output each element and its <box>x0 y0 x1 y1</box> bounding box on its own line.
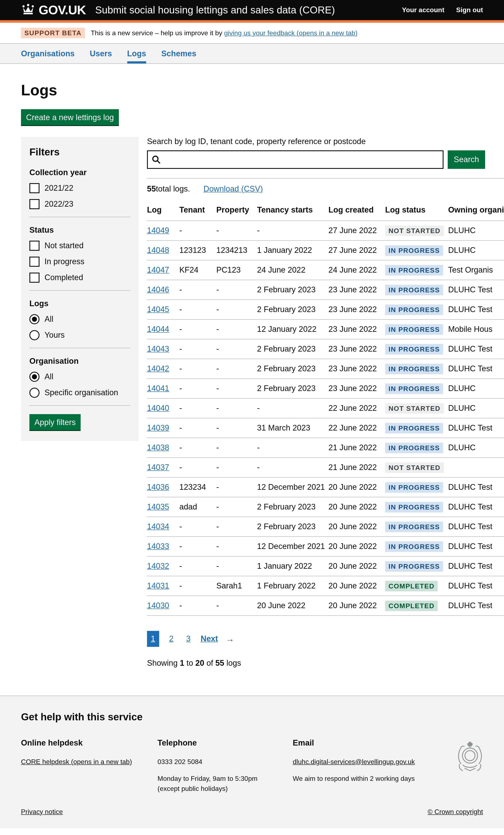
log-id-link[interactable]: 14035 <box>147 502 169 511</box>
cell-tenancy: 1 February 2022 <box>257 576 328 596</box>
radio-organisation-specific[interactable]: Specific organisation <box>29 388 130 398</box>
cell-tenancy: 24 June 2022 <box>257 260 328 280</box>
cell-org: DLUHC Test <box>448 477 504 497</box>
nav-item-logs[interactable]: Logs <box>127 44 146 63</box>
table-row: 14032--1 January 202220 June 2022IN PROG… <box>147 556 504 576</box>
log-id-link[interactable]: 14043 <box>147 344 169 353</box>
log-id-link[interactable]: 14034 <box>147 522 169 531</box>
privacy-notice-link[interactable]: Privacy notice <box>21 808 63 815</box>
radio-icon[interactable] <box>29 330 39 340</box>
pagination-page-1-current[interactable]: 1 <box>147 631 159 647</box>
email-title: Email <box>293 737 419 749</box>
radio-logs-all[interactable]: All <box>29 314 130 324</box>
filters-divider <box>29 217 130 217</box>
checkbox-not-started[interactable]: Not started <box>29 241 130 251</box>
email-link[interactable]: dluhc.digital-services@levellingup.gov.u… <box>293 758 415 765</box>
log-id-link[interactable]: 14047 <box>147 265 169 274</box>
checkbox-box-icon[interactable] <box>29 183 39 193</box>
showing-of-word: of <box>204 658 216 667</box>
create-lettings-log-button[interactable]: Create a new lettings log <box>21 109 119 125</box>
status-badge: IN PROGRESS <box>385 443 443 453</box>
log-id-link[interactable]: 14036 <box>147 483 169 491</box>
service-name[interactable]: Submit social housing lettings and sales… <box>95 4 335 16</box>
log-id-link[interactable]: 14045 <box>147 305 169 314</box>
cell-tenancy: - <box>257 457 328 477</box>
log-id-link[interactable]: 14042 <box>147 364 169 373</box>
cell-property: - <box>216 399 257 418</box>
apply-filters-button[interactable]: Apply filters <box>29 414 81 430</box>
checkbox-box-icon[interactable] <box>29 241 39 251</box>
pagination-next-link[interactable]: Next <box>201 634 218 644</box>
search-label: Search by log ID, tenant code, property … <box>147 137 504 146</box>
filters-divider <box>29 290 130 291</box>
radio-logs-yours[interactable]: Yours <box>29 330 130 340</box>
cell-tenant: - <box>179 339 216 359</box>
table-row: 14039--31 March 202322 June 2022IN PROGR… <box>147 418 504 438</box>
pagination-page-3[interactable]: 3 <box>184 631 193 647</box>
log-id-link[interactable]: 14031 <box>147 581 169 590</box>
cell-org: DLUHC Test <box>448 359 504 379</box>
your-account-link[interactable]: Your account <box>402 6 444 14</box>
search-input[interactable] <box>147 150 444 169</box>
cell-property: - <box>216 438 257 457</box>
cell-status: IN PROGRESS <box>385 280 448 300</box>
radio-selected-icon[interactable] <box>29 314 39 324</box>
checkbox-box-icon[interactable] <box>29 272 39 283</box>
telephone-title: Telephone <box>158 737 293 749</box>
showing-to: 20 <box>195 658 204 667</box>
core-helpdesk-link[interactable]: CORE helpdesk (opens in a new tab) <box>21 758 132 765</box>
checkbox-2022-23[interactable]: 2022/23 <box>29 199 130 209</box>
sign-out-link[interactable]: Sign out <box>456 6 483 14</box>
crown-copyright-link[interactable]: © Crown copyright <box>427 808 483 815</box>
cell-log: 14033 <box>147 536 179 556</box>
nav-item-users[interactable]: Users <box>90 44 112 63</box>
cell-org <box>448 457 504 477</box>
log-id-link[interactable]: 14048 <box>147 246 169 254</box>
cell-tenant: - <box>179 280 216 300</box>
checkbox-2021-22[interactable]: 2021/22 <box>29 183 130 193</box>
log-id-link[interactable]: 14037 <box>147 463 169 472</box>
cell-log: 14037 <box>147 457 179 477</box>
log-id-link[interactable]: 14049 <box>147 226 169 235</box>
checkbox-completed[interactable]: Completed <box>29 272 130 283</box>
download-csv-link[interactable]: Download (CSV) <box>203 184 263 194</box>
cell-property: - <box>216 477 257 497</box>
cell-org: DLUHC <box>448 221 504 241</box>
log-id-link[interactable]: 14041 <box>147 384 169 393</box>
feedback-link[interactable]: giving us your feedback (opens in a new … <box>224 29 358 36</box>
cell-org: DLUHC Test <box>448 280 504 300</box>
status-badge: IN PROGRESS <box>385 245 443 256</box>
log-id-link[interactable]: 14030 <box>147 601 169 610</box>
cell-tenancy: 2 February 2023 <box>257 497 328 517</box>
radio-organisation-all[interactable]: All <box>29 372 130 382</box>
search-button[interactable]: Search <box>448 150 485 169</box>
cell-org: Test Organis <box>448 260 504 280</box>
cell-property: - <box>216 536 257 556</box>
log-id-link[interactable]: 14039 <box>147 423 169 432</box>
showing-prefix: Showing <box>147 658 180 667</box>
log-id-link[interactable]: 14032 <box>147 562 169 570</box>
log-id-link[interactable]: 14033 <box>147 542 169 551</box>
log-id-link[interactable]: 14046 <box>147 285 169 294</box>
govuk-logo[interactable]: GOV.UK Submit social housing lettings an… <box>21 3 335 17</box>
radio-icon[interactable] <box>29 388 39 398</box>
cell-created: 20 June 2022 <box>328 536 385 556</box>
cell-status: IN PROGRESS <box>385 517 448 536</box>
cell-tenancy: 2 February 2023 <box>257 300 328 320</box>
log-id-link[interactable]: 14038 <box>147 443 169 452</box>
log-id-link[interactable]: 14044 <box>147 325 169 333</box>
log-id-link[interactable]: 14040 <box>147 404 169 412</box>
checkbox-box-icon[interactable] <box>29 199 39 209</box>
checkbox-box-icon[interactable] <box>29 257 39 267</box>
radio-selected-icon[interactable] <box>29 372 39 382</box>
checkbox-label: 2022/23 <box>44 200 73 209</box>
status-badge: IN PROGRESS <box>385 265 443 275</box>
status-badge: IN PROGRESS <box>385 285 443 295</box>
cell-tenancy: 12 January 2022 <box>257 320 328 339</box>
nav-item-organisations[interactable]: Organisations <box>21 44 75 63</box>
checkbox-in-progress[interactable]: In progress <box>29 257 130 267</box>
nav-item-schemes[interactable]: Schemes <box>161 44 196 63</box>
telephone-number: 0333 202 5084 <box>158 757 293 767</box>
pagination-page-2[interactable]: 2 <box>166 631 176 647</box>
cell-org: DLUHC Test <box>448 497 504 517</box>
